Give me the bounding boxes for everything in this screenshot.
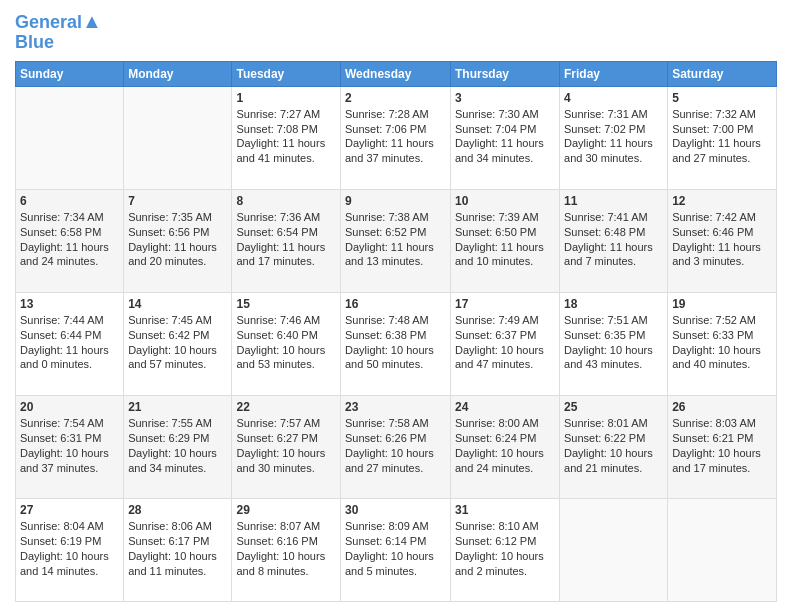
weekday-header-tuesday: Tuesday — [232, 61, 341, 86]
cell-info-line: Sunrise: 8:10 AM — [455, 519, 555, 534]
cell-info-line: Sunrise: 7:35 AM — [128, 210, 227, 225]
cell-info-line: Sunrise: 7:30 AM — [455, 107, 555, 122]
calendar-cell: 8Sunrise: 7:36 AMSunset: 6:54 PMDaylight… — [232, 189, 341, 292]
cell-info-line: Sunset: 6:24 PM — [455, 431, 555, 446]
cell-info-line: Sunset: 6:37 PM — [455, 328, 555, 343]
cell-info-line: Daylight: 10 hours and 43 minutes. — [564, 343, 663, 373]
page: General▲ Blue SundayMondayTuesdayWednesd… — [0, 0, 792, 612]
cell-info-line: Sunrise: 8:03 AM — [672, 416, 772, 431]
calendar-cell: 4Sunrise: 7:31 AMSunset: 7:02 PMDaylight… — [560, 86, 668, 189]
cell-info-line: Sunset: 6:54 PM — [236, 225, 336, 240]
cell-info-line: Sunset: 6:50 PM — [455, 225, 555, 240]
cell-info-line: Sunrise: 7:44 AM — [20, 313, 119, 328]
cell-info-line: Sunset: 7:00 PM — [672, 122, 772, 137]
cell-info-line: Sunset: 7:08 PM — [236, 122, 336, 137]
calendar-cell: 31Sunrise: 8:10 AMSunset: 6:12 PMDayligh… — [451, 498, 560, 601]
day-number: 18 — [564, 296, 663, 312]
day-number: 16 — [345, 296, 446, 312]
calendar-cell: 14Sunrise: 7:45 AMSunset: 6:42 PMDayligh… — [124, 292, 232, 395]
day-number: 24 — [455, 399, 555, 415]
cell-info-line: Daylight: 10 hours and 40 minutes. — [672, 343, 772, 373]
day-number: 20 — [20, 399, 119, 415]
cell-info-line: Daylight: 10 hours and 50 minutes. — [345, 343, 446, 373]
cell-info-line: Sunset: 6:56 PM — [128, 225, 227, 240]
cell-info-line: Daylight: 11 hours and 0 minutes. — [20, 343, 119, 373]
calendar-cell: 20Sunrise: 7:54 AMSunset: 6:31 PMDayligh… — [16, 395, 124, 498]
cell-info-line: Sunrise: 7:32 AM — [672, 107, 772, 122]
day-number: 13 — [20, 296, 119, 312]
cell-info-line: Daylight: 11 hours and 30 minutes. — [564, 136, 663, 166]
cell-info-line: Sunset: 6:48 PM — [564, 225, 663, 240]
cell-info-line: Sunrise: 7:49 AM — [455, 313, 555, 328]
cell-info-line: Sunrise: 7:51 AM — [564, 313, 663, 328]
day-number: 8 — [236, 193, 336, 209]
day-number: 28 — [128, 502, 227, 518]
weekday-header-friday: Friday — [560, 61, 668, 86]
cell-info-line: Daylight: 11 hours and 20 minutes. — [128, 240, 227, 270]
cell-info-line: Sunrise: 7:52 AM — [672, 313, 772, 328]
logo: General▲ Blue — [15, 10, 102, 53]
cell-info-line: Daylight: 10 hours and 17 minutes. — [672, 446, 772, 476]
cell-info-line: Sunset: 6:44 PM — [20, 328, 119, 343]
cell-info-line: Daylight: 10 hours and 5 minutes. — [345, 549, 446, 579]
calendar: SundayMondayTuesdayWednesdayThursdayFrid… — [15, 61, 777, 602]
cell-info-line: Daylight: 10 hours and 21 minutes. — [564, 446, 663, 476]
day-number: 25 — [564, 399, 663, 415]
calendar-cell: 3Sunrise: 7:30 AMSunset: 7:04 PMDaylight… — [451, 86, 560, 189]
calendar-cell: 17Sunrise: 7:49 AMSunset: 6:37 PMDayligh… — [451, 292, 560, 395]
cell-info-line: Daylight: 11 hours and 3 minutes. — [672, 240, 772, 270]
logo-blue: Blue — [15, 33, 102, 53]
cell-info-line: Daylight: 10 hours and 11 minutes. — [128, 549, 227, 579]
day-number: 9 — [345, 193, 446, 209]
cell-info-line: Sunrise: 8:01 AM — [564, 416, 663, 431]
day-number: 14 — [128, 296, 227, 312]
cell-info-line: Daylight: 11 hours and 41 minutes. — [236, 136, 336, 166]
cell-info-line: Sunset: 6:38 PM — [345, 328, 446, 343]
calendar-cell: 5Sunrise: 7:32 AMSunset: 7:00 PMDaylight… — [668, 86, 777, 189]
weekday-header-thursday: Thursday — [451, 61, 560, 86]
day-number: 3 — [455, 90, 555, 106]
cell-info-line: Daylight: 11 hours and 17 minutes. — [236, 240, 336, 270]
cell-info-line: Sunrise: 7:41 AM — [564, 210, 663, 225]
calendar-cell: 2Sunrise: 7:28 AMSunset: 7:06 PMDaylight… — [341, 86, 451, 189]
weekday-header-wednesday: Wednesday — [341, 61, 451, 86]
calendar-cell: 23Sunrise: 7:58 AMSunset: 6:26 PMDayligh… — [341, 395, 451, 498]
cell-info-line: Sunset: 6:27 PM — [236, 431, 336, 446]
header: General▲ Blue — [15, 10, 777, 53]
weekday-header-sunday: Sunday — [16, 61, 124, 86]
day-number: 19 — [672, 296, 772, 312]
day-number: 23 — [345, 399, 446, 415]
weekday-header-monday: Monday — [124, 61, 232, 86]
calendar-cell: 6Sunrise: 7:34 AMSunset: 6:58 PMDaylight… — [16, 189, 124, 292]
calendar-cell: 1Sunrise: 7:27 AMSunset: 7:08 PMDaylight… — [232, 86, 341, 189]
cell-info-line: Sunrise: 8:06 AM — [128, 519, 227, 534]
cell-info-line: Daylight: 10 hours and 8 minutes. — [236, 549, 336, 579]
calendar-cell: 9Sunrise: 7:38 AMSunset: 6:52 PMDaylight… — [341, 189, 451, 292]
cell-info-line: Sunrise: 8:07 AM — [236, 519, 336, 534]
cell-info-line: Daylight: 10 hours and 2 minutes. — [455, 549, 555, 579]
cell-info-line: Sunset: 7:02 PM — [564, 122, 663, 137]
cell-info-line: Sunrise: 7:27 AM — [236, 107, 336, 122]
day-number: 17 — [455, 296, 555, 312]
cell-info-line: Daylight: 10 hours and 34 minutes. — [128, 446, 227, 476]
cell-info-line: Sunrise: 7:28 AM — [345, 107, 446, 122]
cell-info-line: Sunrise: 7:38 AM — [345, 210, 446, 225]
cell-info-line: Sunset: 6:58 PM — [20, 225, 119, 240]
logo-bird-icon: ▲ — [82, 10, 102, 32]
cell-info-line: Daylight: 10 hours and 24 minutes. — [455, 446, 555, 476]
day-number: 30 — [345, 502, 446, 518]
cell-info-line: Daylight: 10 hours and 30 minutes. — [236, 446, 336, 476]
day-number: 15 — [236, 296, 336, 312]
day-number: 1 — [236, 90, 336, 106]
calendar-cell — [124, 86, 232, 189]
calendar-cell: 28Sunrise: 8:06 AMSunset: 6:17 PMDayligh… — [124, 498, 232, 601]
calendar-cell: 29Sunrise: 8:07 AMSunset: 6:16 PMDayligh… — [232, 498, 341, 601]
cell-info-line: Daylight: 11 hours and 7 minutes. — [564, 240, 663, 270]
day-number: 7 — [128, 193, 227, 209]
cell-info-line: Sunset: 6:29 PM — [128, 431, 227, 446]
week-row-2: 6Sunrise: 7:34 AMSunset: 6:58 PMDaylight… — [16, 189, 777, 292]
cell-info-line: Sunrise: 7:54 AM — [20, 416, 119, 431]
cell-info-line: Sunset: 6:16 PM — [236, 534, 336, 549]
calendar-cell: 30Sunrise: 8:09 AMSunset: 6:14 PMDayligh… — [341, 498, 451, 601]
calendar-cell: 10Sunrise: 7:39 AMSunset: 6:50 PMDayligh… — [451, 189, 560, 292]
